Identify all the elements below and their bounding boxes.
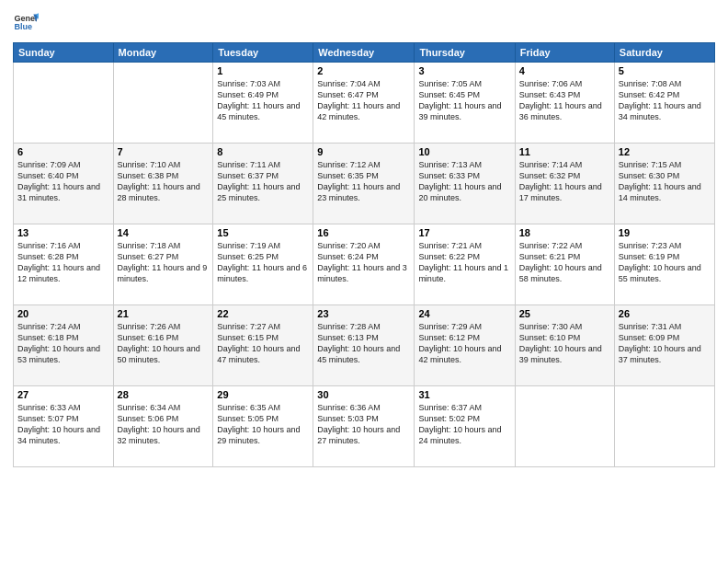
- calendar-cell: 16Sunrise: 7:20 AM Sunset: 6:24 PM Dayli…: [313, 224, 415, 305]
- calendar-cell: 4Sunrise: 7:06 AM Sunset: 6:43 PM Daylig…: [515, 63, 614, 144]
- day-number: 5: [619, 65, 711, 76]
- calendar-cell: 2Sunrise: 7:04 AM Sunset: 6:47 PM Daylig…: [313, 63, 415, 144]
- day-info: Sunrise: 7:12 AM Sunset: 6:35 PM Dayligh…: [317, 159, 410, 204]
- calendar-cell: 18Sunrise: 7:22 AM Sunset: 6:21 PM Dayli…: [515, 224, 614, 305]
- day-number: 15: [217, 227, 309, 238]
- calendar-cell: 17Sunrise: 7:21 AM Sunset: 6:22 PM Dayli…: [415, 224, 515, 305]
- calendar-cell: 31Sunrise: 6:37 AM Sunset: 5:02 PM Dayli…: [415, 386, 515, 467]
- calendar-cell: 26Sunrise: 7:31 AM Sunset: 6:09 PM Dayli…: [614, 305, 714, 386]
- calendar-cell: 7Sunrise: 7:10 AM Sunset: 6:38 PM Daylig…: [113, 144, 213, 224]
- day-number: 4: [519, 65, 610, 76]
- day-number: 23: [317, 308, 410, 319]
- day-info: Sunrise: 7:03 AM Sunset: 6:49 PM Dayligh…: [217, 78, 309, 123]
- day-info: Sunrise: 6:37 AM Sunset: 5:02 PM Dayligh…: [418, 402, 510, 447]
- calendar-cell: 13Sunrise: 7:16 AM Sunset: 6:28 PM Dayli…: [14, 224, 114, 305]
- calendar-week-5: 27Sunrise: 6:33 AM Sunset: 5:07 PM Dayli…: [14, 386, 715, 467]
- calendar-cell: 11Sunrise: 7:14 AM Sunset: 6:32 PM Dayli…: [515, 144, 614, 224]
- calendar-cell: 3Sunrise: 7:05 AM Sunset: 6:45 PM Daylig…: [415, 63, 515, 144]
- day-number: 9: [317, 146, 410, 157]
- day-number: 10: [418, 146, 510, 157]
- day-number: 22: [217, 308, 309, 319]
- page: General Blue SundayMondayTuesdayWednesda…: [0, 0, 728, 563]
- day-info: Sunrise: 7:28 AM Sunset: 6:13 PM Dayligh…: [317, 321, 410, 366]
- day-info: Sunrise: 7:24 AM Sunset: 6:18 PM Dayligh…: [17, 321, 109, 366]
- calendar-cell: 1Sunrise: 7:03 AM Sunset: 6:49 PM Daylig…: [213, 63, 313, 144]
- day-number: 11: [519, 146, 610, 157]
- calendar-cell: [515, 386, 614, 467]
- day-number: 1: [217, 65, 309, 76]
- day-info: Sunrise: 7:21 AM Sunset: 6:22 PM Dayligh…: [418, 240, 510, 285]
- col-header-saturday: Saturday: [614, 43, 714, 63]
- calendar-cell: 6Sunrise: 7:09 AM Sunset: 6:40 PM Daylig…: [14, 144, 114, 224]
- day-info: Sunrise: 6:34 AM Sunset: 5:06 PM Dayligh…: [118, 402, 210, 447]
- day-number: 29: [217, 389, 309, 400]
- day-info: Sunrise: 7:15 AM Sunset: 6:30 PM Dayligh…: [619, 159, 711, 204]
- col-header-thursday: Thursday: [415, 43, 515, 63]
- day-number: 8: [217, 146, 309, 157]
- day-info: Sunrise: 7:22 AM Sunset: 6:21 PM Dayligh…: [519, 240, 610, 285]
- calendar-cell: [14, 63, 114, 144]
- day-number: 28: [118, 389, 210, 400]
- day-info: Sunrise: 7:31 AM Sunset: 6:09 PM Dayligh…: [619, 321, 711, 366]
- day-number: 18: [519, 227, 610, 238]
- calendar-cell: 28Sunrise: 6:34 AM Sunset: 5:06 PM Dayli…: [113, 386, 213, 467]
- day-info: Sunrise: 7:26 AM Sunset: 6:16 PM Dayligh…: [118, 321, 210, 366]
- day-number: 27: [17, 389, 109, 400]
- day-number: 31: [418, 389, 510, 400]
- day-number: 30: [317, 389, 410, 400]
- day-info: Sunrise: 7:08 AM Sunset: 6:42 PM Dayligh…: [619, 78, 711, 123]
- calendar-cell: 14Sunrise: 7:18 AM Sunset: 6:27 PM Dayli…: [113, 224, 213, 305]
- day-number: 12: [619, 146, 711, 157]
- day-number: 20: [17, 308, 109, 319]
- calendar-cell: 15Sunrise: 7:19 AM Sunset: 6:25 PM Dayli…: [213, 224, 313, 305]
- svg-text:Blue: Blue: [14, 22, 32, 31]
- calendar-cell: 27Sunrise: 6:33 AM Sunset: 5:07 PM Dayli…: [14, 386, 114, 467]
- day-number: 19: [619, 227, 711, 238]
- calendar-cell: 21Sunrise: 7:26 AM Sunset: 6:16 PM Dayli…: [113, 305, 213, 386]
- calendar-cell: 10Sunrise: 7:13 AM Sunset: 6:33 PM Dayli…: [415, 144, 515, 224]
- day-info: Sunrise: 6:35 AM Sunset: 5:05 PM Dayligh…: [217, 402, 309, 447]
- calendar-cell: 19Sunrise: 7:23 AM Sunset: 6:19 PM Dayli…: [614, 224, 714, 305]
- calendar-cell: 24Sunrise: 7:29 AM Sunset: 6:12 PM Dayli…: [415, 305, 515, 386]
- day-number: 6: [17, 146, 109, 157]
- day-number: 21: [118, 308, 210, 319]
- calendar-cell: 5Sunrise: 7:08 AM Sunset: 6:42 PM Daylig…: [614, 63, 714, 144]
- calendar-cell: 12Sunrise: 7:15 AM Sunset: 6:30 PM Dayli…: [614, 144, 714, 224]
- day-number: 24: [418, 308, 510, 319]
- day-info: Sunrise: 7:09 AM Sunset: 6:40 PM Dayligh…: [17, 159, 109, 204]
- calendar-cell: 25Sunrise: 7:30 AM Sunset: 6:10 PM Dayli…: [515, 305, 614, 386]
- day-info: Sunrise: 7:14 AM Sunset: 6:32 PM Dayligh…: [519, 159, 610, 204]
- day-info: Sunrise: 6:36 AM Sunset: 5:03 PM Dayligh…: [317, 402, 410, 447]
- day-number: 14: [118, 227, 210, 238]
- day-info: Sunrise: 7:29 AM Sunset: 6:12 PM Dayligh…: [418, 321, 510, 366]
- day-info: Sunrise: 7:27 AM Sunset: 6:15 PM Dayligh…: [217, 321, 309, 366]
- col-header-tuesday: Tuesday: [213, 43, 313, 63]
- day-number: 16: [317, 227, 410, 238]
- calendar-cell: 8Sunrise: 7:11 AM Sunset: 6:37 PM Daylig…: [213, 144, 313, 224]
- day-info: Sunrise: 7:18 AM Sunset: 6:27 PM Dayligh…: [118, 240, 210, 285]
- col-header-monday: Monday: [113, 43, 213, 63]
- day-info: Sunrise: 6:33 AM Sunset: 5:07 PM Dayligh…: [17, 402, 109, 447]
- calendar-cell: [614, 386, 714, 467]
- calendar-cell: 9Sunrise: 7:12 AM Sunset: 6:35 PM Daylig…: [313, 144, 415, 224]
- calendar-cell: 23Sunrise: 7:28 AM Sunset: 6:13 PM Dayli…: [313, 305, 415, 386]
- col-header-wednesday: Wednesday: [313, 43, 415, 63]
- day-info: Sunrise: 7:20 AM Sunset: 6:24 PM Dayligh…: [317, 240, 410, 285]
- day-number: 13: [17, 227, 109, 238]
- calendar-week-1: 1Sunrise: 7:03 AM Sunset: 6:49 PM Daylig…: [14, 63, 715, 144]
- col-header-friday: Friday: [515, 43, 614, 63]
- calendar-table: SundayMondayTuesdayWednesdayThursdayFrid…: [13, 42, 715, 467]
- calendar-cell: [113, 63, 213, 144]
- calendar-week-3: 13Sunrise: 7:16 AM Sunset: 6:28 PM Dayli…: [14, 224, 715, 305]
- calendar-cell: 22Sunrise: 7:27 AM Sunset: 6:15 PM Dayli…: [213, 305, 313, 386]
- day-info: Sunrise: 7:23 AM Sunset: 6:19 PM Dayligh…: [619, 240, 711, 285]
- header: General Blue: [13, 9, 715, 35]
- calendar-header-row: SundayMondayTuesdayWednesdayThursdayFrid…: [14, 43, 715, 63]
- calendar-week-4: 20Sunrise: 7:24 AM Sunset: 6:18 PM Dayli…: [14, 305, 715, 386]
- calendar-cell: 20Sunrise: 7:24 AM Sunset: 6:18 PM Dayli…: [14, 305, 114, 386]
- col-header-sunday: Sunday: [14, 43, 114, 63]
- day-info: Sunrise: 7:19 AM Sunset: 6:25 PM Dayligh…: [217, 240, 309, 285]
- day-number: 3: [418, 65, 510, 76]
- day-info: Sunrise: 7:13 AM Sunset: 6:33 PM Dayligh…: [418, 159, 510, 204]
- day-info: Sunrise: 7:04 AM Sunset: 6:47 PM Dayligh…: [317, 78, 410, 123]
